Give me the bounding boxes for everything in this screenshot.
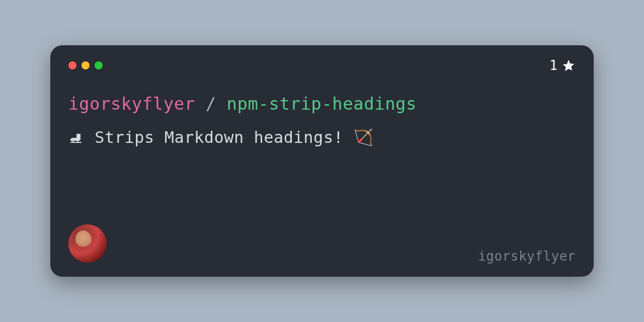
star-count: 1	[549, 58, 576, 73]
maximize-icon[interactable]	[95, 61, 103, 69]
avatar[interactable]	[68, 224, 107, 263]
repo-path: igorskyflyer / npm-strip-headings	[68, 94, 576, 114]
close-icon[interactable]	[68, 61, 76, 69]
traffic-lights	[68, 61, 103, 69]
window-titlebar: 1	[68, 59, 576, 71]
star-count-value: 1	[549, 58, 557, 73]
author-handle[interactable]: igorskyflyer	[478, 249, 576, 264]
path-separator: /	[206, 94, 227, 114]
repo-owner[interactable]: igorskyflyer	[68, 94, 195, 114]
minimize-icon[interactable]	[82, 61, 90, 69]
repo-card: 1 igorskyflyer / npm-strip-headings ⛸ St…	[50, 45, 594, 277]
star-icon	[561, 58, 576, 72]
repo-name[interactable]: npm-strip-headings	[227, 94, 417, 114]
repo-description: ⛸ Strips Markdown headings! 🏹	[68, 128, 576, 147]
